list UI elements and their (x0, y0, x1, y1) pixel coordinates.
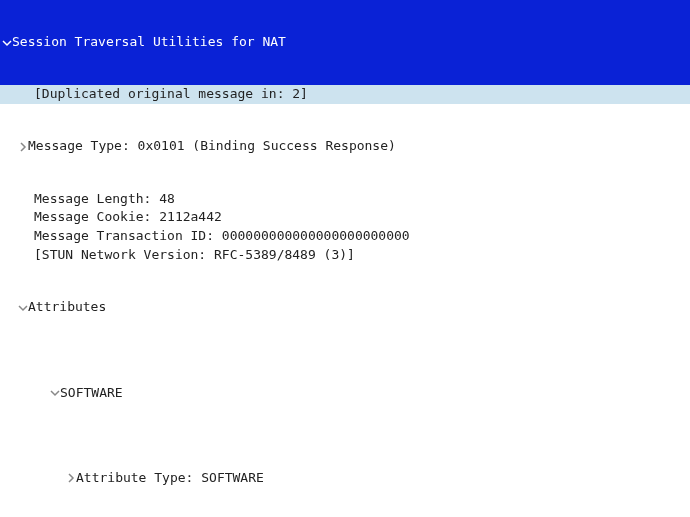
attributes-label: Attributes (28, 298, 106, 317)
software-label: SOFTWARE (60, 384, 123, 403)
software-row[interactable]: SOFTWARE (0, 350, 690, 435)
message-length-text: Message Length: 48 (34, 190, 175, 209)
attributes-row[interactable]: Attributes (0, 265, 690, 350)
message-type-row[interactable]: Message Type: 0x0101 (Binding Success Re… (0, 104, 690, 189)
duplicated-message-text: [Duplicated original message in: 2] (34, 85, 308, 104)
message-txid-row[interactable]: Message Transaction ID: 0000000000000000… (0, 227, 690, 246)
chevron-right-icon (18, 104, 28, 189)
message-type-text: Message Type: 0x0101 (Binding Success Re… (28, 137, 396, 156)
message-cookie-row[interactable]: Message Cookie: 2112a442 (0, 208, 690, 227)
duplicated-message-row[interactable]: [Duplicated original message in: 2] (0, 85, 690, 104)
protocol-header-row[interactable]: Session Traversal Utilities for NAT (0, 0, 690, 85)
chevron-down-icon (50, 350, 60, 435)
protocol-header-label: Session Traversal Utilities for NAT (12, 33, 286, 52)
software-type-row[interactable]: Attribute Type: SOFTWARE (0, 436, 690, 517)
message-cookie-text: Message Cookie: 2112a442 (34, 208, 222, 227)
chevron-down-icon (18, 265, 28, 350)
message-txid-text: Message Transaction ID: 0000000000000000… (34, 227, 410, 246)
software-type-text: Attribute Type: SOFTWARE (76, 469, 264, 488)
chevron-down-icon (2, 0, 12, 85)
stun-version-text: [STUN Network Version: RFC-5389/8489 (3)… (34, 246, 355, 265)
message-length-row[interactable]: Message Length: 48 (0, 190, 690, 209)
chevron-right-icon (66, 436, 76, 517)
stun-version-row[interactable]: [STUN Network Version: RFC-5389/8489 (3)… (0, 246, 690, 265)
